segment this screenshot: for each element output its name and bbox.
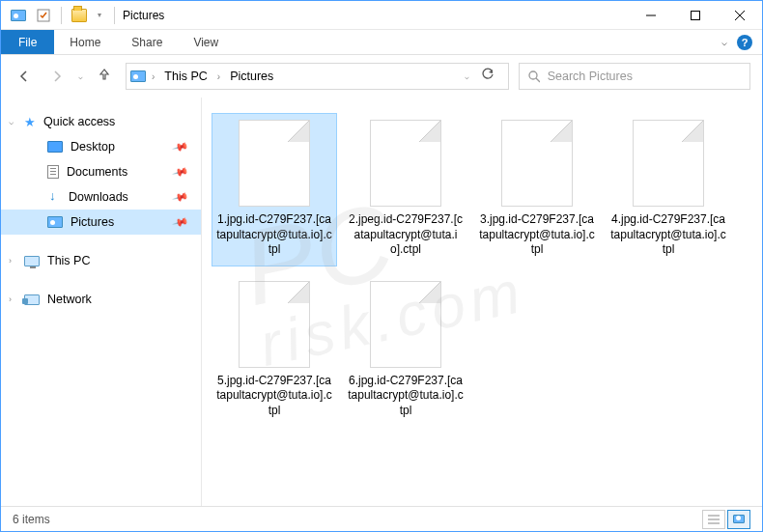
main-area: ⌵ ★ Quick access Desktop 📌 Documents 📌 D… [1,98,762,506]
navigation-pane: ⌵ ★ Quick access Desktop 📌 Documents 📌 D… [1,98,202,506]
tab-share[interactable]: Share [116,30,178,54]
status-bar: 6 items [1,506,762,531]
sidebar-documents[interactable]: Documents 📌 [1,159,201,184]
file-item[interactable]: 2.jpeg.id-C279F237.[catapultacrypt@tuta.… [343,113,468,266]
downloads-icon [47,190,61,204]
file-name: 3.jpg.id-C279F237.[catapultacrypt@tuta.i… [479,212,595,258]
file-thumbnail [633,120,704,207]
file-item[interactable]: 5.jpg.id-C279F237.[catapultacrypt@tuta.i… [212,274,337,428]
pin-icon: 📌 [172,213,190,231]
crumb-root-caret[interactable]: › [150,71,156,82]
sidebar-label: Quick access [43,115,115,128]
caret-icon: › [9,256,12,266]
crumb-pictures[interactable]: Pictures [226,68,277,85]
sidebar-quick-access[interactable]: ⌵ ★ Quick access [1,109,201,134]
file-thumbnail [501,120,573,207]
tab-view[interactable]: View [178,30,234,54]
pin-icon: 📌 [172,188,190,206]
tab-home[interactable]: Home [54,30,116,54]
svg-line-6 [536,78,540,82]
file-item[interactable]: 1.jpg.id-C279F237.[catapultacrypt@tuta.i… [212,113,337,266]
file-list[interactable]: 1.jpg.id-C279F237.[catapultacrypt@tuta.i… [202,98,762,506]
search-icon [527,70,540,83]
file-item[interactable]: 6.jpg.id-C279F237.[catapultacrypt@tuta.i… [343,274,468,428]
crumb-sep-1[interactable]: › [215,71,222,82]
file-name: 1.jpg.id-C279F237.[catapultacrypt@tuta.i… [216,212,332,258]
file-thumbnail [239,120,310,207]
file-item[interactable]: 3.jpg.id-C279F237.[catapultacrypt@tuta.i… [474,113,600,266]
quick-access-toolbar: ▾ [1,5,106,26]
crumb-this-pc[interactable]: This PC [160,68,211,85]
desktop-icon [47,141,63,153]
sidebar-desktop[interactable]: Desktop 📌 [1,134,201,159]
file-thumbnail [370,120,441,207]
address-bar[interactable]: › This PC › Pictures ⌵ [126,63,509,90]
file-thumbnail [239,281,310,368]
minimize-button[interactable] [629,1,673,30]
sidebar-this-pc[interactable]: › This PC [1,248,201,273]
qat-customize-caret[interactable]: ▾ [93,5,106,26]
address-history-caret[interactable]: ⌵ [465,72,469,81]
pin-icon: 📌 [172,138,190,155]
view-icons-button[interactable] [727,510,750,529]
sidebar-network[interactable]: › Network [1,287,201,312]
nav-forward-button[interactable] [45,65,69,88]
qat-explorer-icon[interactable] [7,5,30,26]
file-thumbnail [370,281,441,368]
star-icon: ★ [24,115,36,129]
svg-point-5 [529,71,537,79]
close-button[interactable] [718,1,762,30]
file-name: 5.jpg.id-C279F237.[catapultacrypt@tuta.i… [216,374,332,419]
qat-newfolder-icon[interactable] [68,5,91,26]
help-icon[interactable]: ? [737,35,752,50]
address-location-icon [130,70,146,82]
ribbon-collapse-caret[interactable]: ⌵ [721,37,727,47]
nav-back-button[interactable] [13,65,36,88]
pc-icon [24,256,40,266]
window-title: Pictures [123,9,164,22]
title-bar: ▾ Pictures [1,1,762,30]
view-details-button[interactable] [702,510,725,529]
pin-icon: 📌 [172,163,190,181]
item-count: 6 items [13,513,50,526]
navigation-bar: ⌵ › This PC › Pictures ⌵ [1,55,762,98]
ribbon: File Home Share View ⌵ ? [1,30,762,55]
window-controls [629,1,762,30]
search-input[interactable] [548,70,742,83]
caret-icon: ⌵ [9,117,14,126]
search-box[interactable] [519,63,750,90]
svg-rect-2 [692,11,700,19]
sidebar-downloads[interactable]: Downloads 📌 [1,184,201,210]
nav-up-button[interactable] [93,67,116,86]
caret-icon: › [9,294,12,304]
maximize-button[interactable] [673,1,718,30]
file-name: 6.jpg.id-C279F237.[catapultacrypt@tuta.i… [348,374,464,419]
file-item[interactable]: 4.jpg.id-C279F237.[catapultacrypt@tuta.i… [606,113,731,266]
qat-properties-icon[interactable] [32,5,55,26]
refresh-button[interactable] [477,66,498,87]
nav-history-caret[interactable]: ⌵ [78,72,83,81]
file-name: 4.jpg.id-C279F237.[catapultacrypt@tuta.i… [610,212,726,258]
sidebar-pictures[interactable]: Pictures 📌 [1,210,201,235]
tab-file[interactable]: File [1,30,54,54]
documents-icon [47,165,59,179]
network-icon [24,294,40,305]
file-name: 2.jpeg.id-C279F237.[catapultacrypt@tuta.… [348,212,464,258]
pictures-icon [47,216,63,228]
